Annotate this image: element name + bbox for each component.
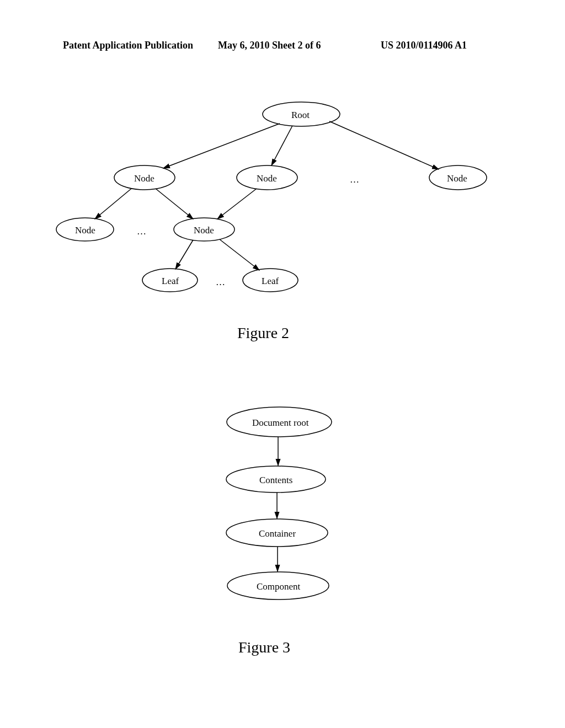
figure3-diagram: [0, 0, 565, 728]
component-label: Component: [257, 581, 300, 592]
contents-label: Contents: [259, 475, 292, 486]
container-label: Container: [259, 528, 296, 539]
docroot-label: Document root: [252, 417, 308, 429]
figure3-title: Figure 3: [238, 639, 290, 656]
